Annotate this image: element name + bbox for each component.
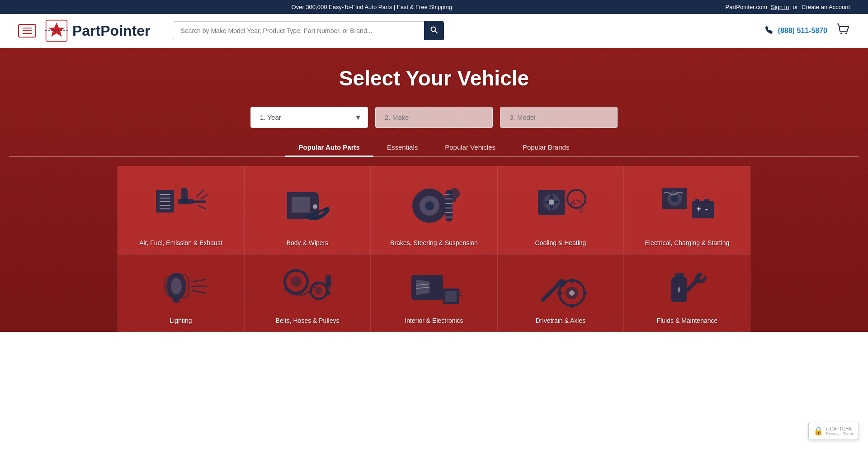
- tab-popular-auto-parts[interactable]: Popular Auto Parts: [285, 139, 373, 157]
- svg-line-53: [192, 291, 206, 293]
- tab-essentials[interactable]: Essentials: [373, 139, 431, 157]
- hamburger-line: [23, 28, 32, 28]
- part-card-drivetrain[interactable]: Drivetrain & Axles: [497, 254, 624, 332]
- year-select-wrapper: 1. Year ▼: [250, 107, 368, 128]
- svg-rect-45: [704, 199, 709, 203]
- part-label-body-wipers: Body & Wipers: [287, 239, 329, 246]
- tab-popular-brands[interactable]: Popular Brands: [509, 139, 583, 157]
- parts-grid-row2: Lighting: [118, 254, 750, 332]
- phone-section: (888) 511-5870: [764, 25, 827, 37]
- make-input[interactable]: [375, 107, 493, 128]
- svg-point-6: [845, 33, 847, 34]
- logo-link[interactable]: PartPointer: [45, 19, 150, 42]
- part-label-electrical: Electrical, Charging & Starting: [645, 239, 730, 246]
- svg-line-17: [201, 194, 208, 199]
- part-card-lighting[interactable]: Lighting: [118, 254, 244, 332]
- parts-grid-row1: Air, Fuel, Emission & Exhaust Body & Wi: [118, 166, 750, 254]
- hamburger-line: [23, 30, 32, 31]
- hamburger-line: [23, 33, 32, 34]
- svg-point-55: [291, 276, 302, 287]
- svg-rect-65: [445, 291, 457, 302]
- svg-rect-75: [557, 292, 562, 294]
- header: PartPointer (888) 511-5870: [0, 14, 868, 48]
- part-label-lighting: Lighting: [170, 317, 192, 324]
- part-card-interior[interactable]: Interior & Electronics: [371, 254, 497, 332]
- search-bar-container: [173, 21, 444, 40]
- part-icon-body-wipers: [249, 175, 366, 236]
- part-icon-belts: [249, 264, 366, 313]
- part-label-brakes: Brakes, Steering & Suspension: [390, 239, 478, 246]
- part-card-air-fuel[interactable]: Air, Fuel, Emission & Exhaust: [118, 166, 244, 254]
- parts-section: Air, Fuel, Emission & Exhaust Body & Wi: [0, 166, 868, 332]
- search-input[interactable]: [173, 21, 444, 40]
- svg-marker-1: [48, 23, 65, 37]
- part-icon-electrical: + -: [629, 175, 745, 236]
- svg-point-5: [840, 33, 842, 34]
- or-text: or: [793, 4, 798, 10]
- part-label-air-fuel: Air, Fuel, Emission & Exhaust: [139, 239, 222, 246]
- part-label-belts: Belts, Hoses & Pulleys: [276, 317, 340, 324]
- part-label-drivetrain: Drivetrain & Axles: [536, 317, 585, 324]
- svg-rect-73: [571, 279, 573, 283]
- part-icon-interior: [376, 264, 492, 313]
- svg-rect-74: [571, 304, 573, 308]
- hero-title: Select Your Vehicle: [9, 66, 859, 90]
- part-label-interior: Interior & Electronics: [405, 317, 463, 324]
- part-icon-lighting: [123, 264, 239, 313]
- hero-section: Select Your Vehicle 1. Year ▼ Popular Au…: [0, 48, 868, 332]
- svg-rect-32: [453, 198, 456, 202]
- vehicle-selectors: 1. Year ▼: [9, 107, 859, 128]
- part-card-cooling[interactable]: H C Cooling & Heating: [497, 166, 624, 254]
- part-label-cooling: Cooling & Heating: [535, 239, 586, 246]
- part-card-fluids[interactable]: Fluids & Maintenance: [624, 254, 750, 332]
- svg-rect-50: [173, 299, 179, 302]
- search-button[interactable]: [424, 21, 444, 40]
- part-icon-fluids: [629, 264, 745, 313]
- header-right: (888) 511-5870: [764, 23, 850, 39]
- tab-popular-vehicles[interactable]: Popular Vehicles: [431, 139, 509, 157]
- cart-icon[interactable]: [836, 23, 850, 39]
- part-card-belts[interactable]: Belts, Hoses & Pulleys: [244, 254, 371, 332]
- search-icon: [430, 26, 438, 33]
- svg-point-57: [315, 287, 322, 294]
- banner-center: Over 300,000 Easy-To-Find Auto Parts | F…: [18, 4, 725, 10]
- tabs-bar: Popular Auto Parts Essentials Popular Ve…: [9, 139, 859, 157]
- svg-point-31: [449, 188, 460, 199]
- svg-point-19: [313, 204, 317, 209]
- model-select-wrapper: [500, 107, 618, 128]
- part-label-fluids: Fluids & Maintenance: [657, 317, 718, 324]
- svg-rect-58: [326, 275, 331, 288]
- svg-text:-: -: [705, 205, 708, 213]
- svg-point-35: [549, 199, 554, 205]
- model-input[interactable]: [500, 107, 618, 128]
- banner-right: PartPointer.com Sign In or Create an Acc…: [725, 4, 850, 10]
- year-select[interactable]: 1. Year: [250, 107, 368, 128]
- part-card-body-wipers[interactable]: Body & Wipers: [244, 166, 371, 254]
- hamburger-button[interactable]: [18, 24, 36, 38]
- svg-point-23: [425, 201, 434, 210]
- make-select-wrapper: [375, 107, 493, 128]
- phone-number[interactable]: (888) 511-5870: [778, 27, 827, 35]
- part-icon-brakes: [376, 175, 492, 236]
- top-banner: Over 300,000 Easy-To-Find Auto Parts | F…: [0, 0, 868, 14]
- signin-link[interactable]: Sign In: [771, 4, 789, 10]
- create-account-link[interactable]: Create an Account: [802, 4, 850, 10]
- tabs-section: Popular Auto Parts Essentials Popular Ve…: [9, 139, 859, 157]
- svg-text:+: +: [697, 205, 701, 213]
- part-card-electrical[interactable]: + - Electrical, Charging & Starting: [624, 166, 750, 254]
- svg-text:C: C: [579, 208, 583, 214]
- svg-rect-78: [675, 273, 684, 279]
- site-name-link[interactable]: PartPointer.com: [725, 4, 767, 10]
- part-icon-drivetrain: [502, 264, 619, 313]
- svg-line-4: [435, 31, 437, 33]
- logo-icon: [45, 19, 68, 42]
- part-icon-air-fuel: [123, 175, 239, 236]
- hero-content: Select Your Vehicle 1. Year ▼ Popular Au…: [0, 48, 868, 166]
- svg-line-51: [192, 279, 206, 282]
- svg-rect-43: [692, 201, 714, 218]
- svg-rect-76: [583, 292, 587, 294]
- svg-point-49: [171, 278, 182, 294]
- part-icon-cooling: H C: [502, 175, 619, 236]
- part-card-brakes[interactable]: Brakes, Steering & Suspension: [371, 166, 497, 254]
- svg-line-18: [199, 206, 206, 209]
